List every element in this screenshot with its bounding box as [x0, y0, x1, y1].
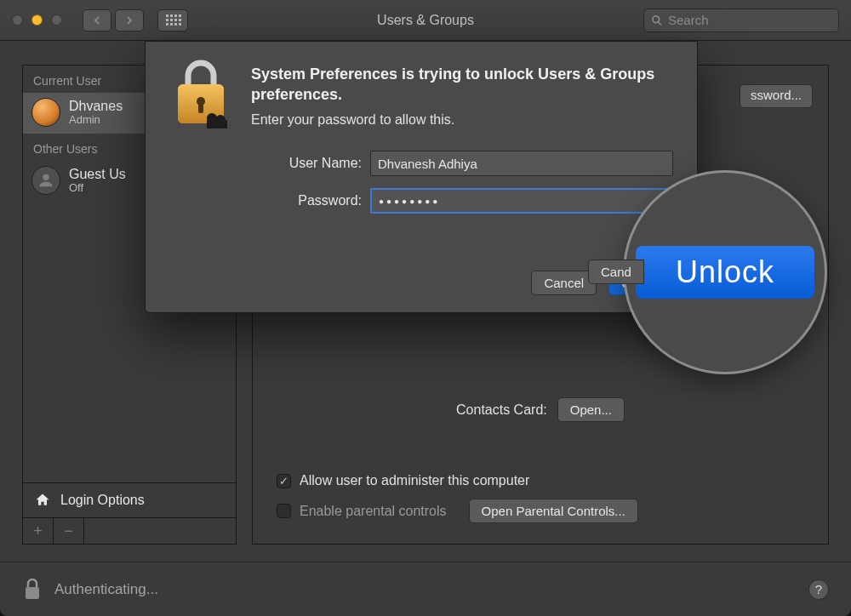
- admin-checkbox-row[interactable]: Allow user to administer this computer: [273, 468, 813, 493]
- user-name: Guest Us: [69, 167, 126, 182]
- person-icon: [37, 171, 55, 190]
- contacts-card-row: Contacts Card: Open...: [253, 397, 828, 422]
- cancel-button[interactable]: Cancel: [531, 271, 597, 295]
- back-button[interactable]: [83, 9, 111, 31]
- forward-button[interactable]: [115, 9, 144, 31]
- open-contacts-button[interactable]: Open...: [557, 397, 625, 422]
- user-role: Admin: [69, 113, 123, 126]
- contacts-card-label: Contacts Card:: [456, 402, 547, 418]
- svg-rect-0: [26, 587, 39, 599]
- lock-icon[interactable]: [22, 577, 43, 602]
- cancel-fragment: Cand: [588, 260, 644, 284]
- add-user-button[interactable]: +: [23, 518, 54, 544]
- add-remove-bar: + −: [23, 517, 236, 544]
- password-label: Password:: [246, 193, 362, 208]
- unlock-button-magnified: Unlock: [636, 246, 814, 299]
- admin-checkbox-label: Allow user to administer this computer: [300, 473, 529, 488]
- username-label: User Name:: [246, 156, 362, 171]
- checkbox-icon[interactable]: [277, 504, 291, 518]
- username-value: Dhvanesh Adhiya: [378, 157, 477, 171]
- parental-controls-row: Enable parental controls Open Parental C…: [273, 493, 813, 528]
- parental-label: Enable parental controls: [300, 504, 447, 519]
- status-text: Authenticating...: [54, 581, 158, 598]
- password-value: ●●●●●●●●: [379, 197, 440, 206]
- zoom-button[interactable]: [51, 14, 62, 26]
- search-placeholder: Search: [668, 13, 709, 27]
- search-icon: [651, 14, 663, 26]
- login-options-label: Login Options: [60, 493, 145, 508]
- prefs-window: Users & Groups Search Current User Dhvan…: [0, 0, 851, 616]
- spacer: [84, 518, 236, 544]
- remove-user-button[interactable]: −: [54, 518, 84, 544]
- user-role: Off: [69, 181, 126, 194]
- login-options[interactable]: Login Options: [23, 482, 236, 517]
- close-button[interactable]: [12, 14, 23, 26]
- magnifier-callout: Cand Unlock: [623, 170, 827, 374]
- lock-illustration: [169, 59, 232, 128]
- checkbox-icon: [277, 474, 291, 488]
- status-bar: Authenticating... ?: [0, 562, 851, 616]
- home-icon: [33, 492, 52, 509]
- avatar-guest: [31, 166, 60, 195]
- username-field[interactable]: Dhvanesh Adhiya: [370, 151, 673, 176]
- search-input[interactable]: Search: [643, 9, 839, 32]
- minimize-button[interactable]: [31, 14, 43, 26]
- auth-title: System Preferences is trying to unlock U…: [251, 64, 673, 106]
- help-button[interactable]: ?: [808, 579, 829, 600]
- open-parental-controls-button[interactable]: Open Parental Controls...: [469, 499, 638, 523]
- traffic-lights: [12, 14, 62, 26]
- svg-rect-7: [207, 120, 227, 128]
- change-password-button[interactable]: ssword...: [740, 84, 813, 108]
- auth-subtitle: Enter your password to allow this.: [251, 112, 673, 128]
- password-field[interactable]: ●●●●●●●●: [370, 188, 673, 214]
- svg-rect-4: [198, 103, 203, 113]
- show-all-button[interactable]: [157, 9, 188, 31]
- titlebar: Users & Groups Search: [0, 0, 851, 41]
- user-name: Dhvanes: [69, 99, 123, 114]
- avatar: [31, 98, 60, 127]
- nav-buttons: [83, 9, 144, 31]
